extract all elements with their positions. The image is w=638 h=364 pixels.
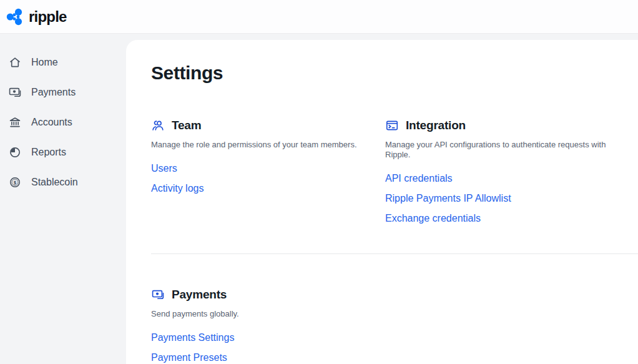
settings-panel: Settings Team Manage the role and permis… <box>126 40 638 364</box>
sidebar-item-label: Payments <box>31 87 76 98</box>
link-ip-allowlist[interactable]: Ripple Payments IP Allowlist <box>385 189 511 209</box>
link-activity-logs[interactable]: Activity logs <box>151 179 204 199</box>
brand[interactable]: ripple <box>6 7 67 26</box>
settings-sections: Team Manage the role and permissions of … <box>151 119 613 229</box>
sidebar-item-home[interactable]: Home <box>0 47 126 77</box>
home-icon <box>8 56 22 69</box>
page-title: Settings <box>151 62 613 84</box>
sidebar-item-label: Accounts <box>31 117 72 128</box>
top-bar: ripple <box>0 0 638 34</box>
sidebar-item-accounts[interactable]: Accounts <box>0 107 126 137</box>
sidebar-item-label: Stablecoin <box>31 177 78 188</box>
section-title: Payments <box>172 288 227 302</box>
sidebar-item-stablecoin[interactable]: $ Stablecoin <box>0 167 126 197</box>
coin-dollar-icon: $ <box>8 175 22 189</box>
sidebar: Home Payments Accounts <box>0 34 126 364</box>
section-title: Integration <box>406 119 466 132</box>
sidebar-item-label: Home <box>31 57 58 68</box>
link-exchange-credentials[interactable]: Exchange credentials <box>385 209 481 229</box>
section-team: Team Manage the role and permissions of … <box>151 119 385 229</box>
sidebar-item-payments[interactable]: Payments <box>0 77 126 107</box>
section-description: Send payments globally. <box>151 309 613 319</box>
section-integration: Integration Manage your API configuratio… <box>385 119 613 229</box>
pie-report-icon <box>8 145 22 159</box>
section-description: Manage the role and permissions of your … <box>151 140 385 150</box>
users-icon <box>151 119 165 132</box>
banknote-icon <box>8 86 22 99</box>
terminal-window-icon <box>385 119 399 132</box>
section-title: Team <box>172 119 201 132</box>
sidebar-item-reports[interactable]: Reports <box>0 137 126 167</box>
link-payment-presets[interactable]: Payment Presets <box>151 348 227 364</box>
ripple-logo-icon <box>6 7 25 26</box>
svg-text:$: $ <box>13 180 16 185</box>
section-description: Manage your API configurations to authen… <box>385 140 613 160</box>
link-users[interactable]: Users <box>151 159 177 179</box>
link-api-credentials[interactable]: API credentials <box>385 169 453 189</box>
bank-icon <box>8 116 22 129</box>
section-payments: Payments Send payments globally. Payment… <box>151 288 613 364</box>
brand-name: ripple <box>29 9 67 24</box>
sidebar-item-label: Reports <box>31 147 66 158</box>
banknote-icon <box>151 288 165 302</box>
section-divider <box>151 253 638 254</box>
link-payments-settings[interactable]: Payments Settings <box>151 328 234 348</box>
